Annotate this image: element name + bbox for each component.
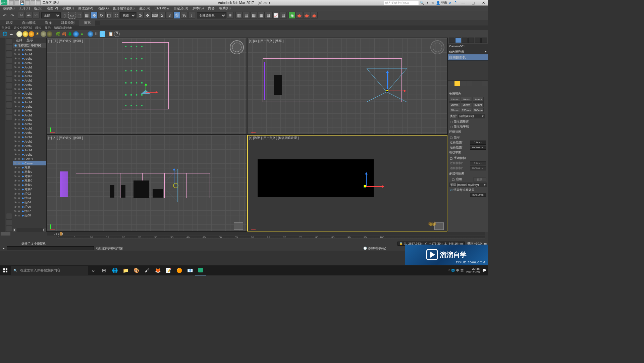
multipass-effect-select[interactable]: 景深 (mental ray/iray)▾ xyxy=(449,183,487,187)
viewcube-left[interactable] xyxy=(234,222,243,230)
scene-row[interactable]: 👁❄◆Box01 xyxy=(13,157,46,161)
scene-row[interactable]: 👁❄◆Arch2 xyxy=(13,69,46,74)
help-search-input[interactable]: 键入关键字或短语 xyxy=(384,1,419,5)
qat-new-icon[interactable]: ▱ xyxy=(9,0,14,5)
checkbox-show-env[interactable]: ▢ xyxy=(450,136,453,139)
mirror-icon[interactable]: ▥ xyxy=(235,12,243,19)
cp-hierarchy-icon[interactable] xyxy=(462,38,468,43)
globe-lit-icon[interactable] xyxy=(73,31,79,37)
material-editor-icon[interactable]: ◉ xyxy=(288,12,296,19)
tray-notifications-icon[interactable]: 💬 xyxy=(482,269,486,272)
scene-row[interactable]: 👁❄◆组07 xyxy=(13,209,46,213)
task-taskview-icon[interactable]: ⊞ xyxy=(99,265,109,275)
task-app5-icon[interactable]: 📧 xyxy=(184,265,195,275)
viewport-front[interactable]: [+] [前 ] [用户定义 ] [线框 ] xyxy=(248,38,447,134)
se-filter12-icon[interactable] xyxy=(6,115,12,121)
se-filter7-icon[interactable] xyxy=(6,83,12,89)
render-frame-icon[interactable]: 🫖 xyxy=(303,12,310,19)
rotate-icon[interactable]: ⟳ xyxy=(98,12,105,19)
viewport-top[interactable]: [+] [顶 ] [用户定义 ] [线框 ] ■ ■ ■ ■ ■ ■ ■ ■ ■… xyxy=(47,38,247,134)
unlink-icon[interactable]: ⚮ xyxy=(25,12,32,19)
menu-modifiers[interactable]: 修改器(M) xyxy=(76,6,95,11)
se-filter11-icon[interactable] xyxy=(6,108,12,114)
lens-button-85mm[interactable]: 85mm xyxy=(449,108,460,112)
mr-sun-icon[interactable] xyxy=(29,31,34,37)
se-funnel-icon[interactable] xyxy=(6,213,12,219)
scene-row[interactable]: 👁❄◆Arch2 xyxy=(13,144,46,148)
se-filter8-icon[interactable] xyxy=(6,89,12,95)
scene-row[interactable]: 👁❄◆组06 xyxy=(13,205,46,209)
login-link[interactable]: 登录 xyxy=(441,1,447,5)
scene-row[interactable]: 👁❄◆Arch2 xyxy=(13,61,46,65)
modifier-stack-item[interactable]: 自由摄影机 xyxy=(448,54,488,60)
selection-filter-select[interactable]: 全部 xyxy=(41,12,61,18)
task-edge-icon[interactable]: 🌐 xyxy=(109,265,120,275)
scene-row[interactable]: 👁❄◆组03 xyxy=(13,196,46,200)
scene-row[interactable]: 👁❄◆对象 xyxy=(13,165,46,170)
scale-icon[interactable]: ◫ xyxy=(105,12,112,19)
sphere-icon[interactable]: 🌐 xyxy=(2,31,8,37)
spinner-snap-icon[interactable]: ↕ xyxy=(188,12,195,19)
bind-spacewarp-icon[interactable]: 〰 xyxy=(33,12,40,19)
task-explorer-icon[interactable]: 📁 xyxy=(120,265,131,275)
camera-helper-icon[interactable]: ▯ xyxy=(100,31,105,37)
scene-row[interactable]: 👁❄◆Arch2 xyxy=(13,91,46,96)
a360-icon[interactable]: ✦ xyxy=(425,0,430,5)
minimize-button[interactable]: — xyxy=(459,0,468,5)
se-display-icon[interactable] xyxy=(6,38,12,44)
lens-button-35mm[interactable]: 35mm xyxy=(461,102,472,107)
sr-idle[interactable]: 定义空闲区域 xyxy=(14,26,32,30)
pin-stack-icon[interactable] xyxy=(448,81,454,86)
close-button[interactable]: ✕ xyxy=(479,0,488,5)
menu-civil[interactable]: Civil View xyxy=(153,6,171,10)
menu-help[interactable]: 帮助(H) xyxy=(217,6,232,11)
maxscript-listener-input[interactable] xyxy=(7,246,94,250)
ribbon-toggle-icon[interactable] xyxy=(95,21,100,25)
se-filter5-icon[interactable] xyxy=(6,70,12,76)
daylight-icon[interactable] xyxy=(16,31,22,37)
scene-row[interactable]: 👁❄◆组02 xyxy=(13,192,46,196)
maximize-button[interactable]: ▢ xyxy=(469,0,478,5)
tray-expand-icon[interactable]: ^ xyxy=(448,269,450,272)
scene-row[interactable]: 👁❄◆Arch2 xyxy=(13,74,46,78)
app-logo-icon[interactable]: 3MAX xyxy=(1,0,7,5)
menu-tools[interactable]: 工具(T) xyxy=(17,6,32,11)
cloud-icon[interactable]: ☁ xyxy=(8,31,14,37)
user-icon[interactable]: 👤 xyxy=(436,0,440,5)
se-filter1-icon[interactable] xyxy=(6,45,12,51)
scene-row[interactable]: 👁❄◆Arch2 xyxy=(13,117,46,122)
select-object-icon[interactable]: ▯ xyxy=(61,12,68,19)
lens-button-135mm[interactable]: 135mm xyxy=(461,108,472,112)
ref-coord-select[interactable]: 视图 xyxy=(120,12,136,18)
scene-row[interactable]: 👁❄◆Arch2 xyxy=(13,122,46,126)
lens-button-50mm[interactable]: 50mm xyxy=(473,102,484,107)
viewport-top-label[interactable]: [+] [顶 ] [用户定义 ] [线框 ] xyxy=(48,39,83,43)
schematic-icon[interactable]: ▤ xyxy=(280,12,287,19)
lock-selection-icon[interactable]: 🔒 xyxy=(399,242,403,245)
help-small-icon[interactable]: ? xyxy=(114,31,120,37)
blue-ball-icon[interactable] xyxy=(88,31,93,37)
scene-row[interactable]: 👁❄◆Arch2 xyxy=(13,148,46,152)
cp-display-icon[interactable] xyxy=(475,38,480,43)
scene-row[interactable]: 👁❄◆对象0 xyxy=(13,170,46,174)
cp-utilities-icon[interactable] xyxy=(481,38,487,43)
ribbon-tab-populate[interactable]: 填充 xyxy=(79,20,95,26)
graphite-icon[interactable]: ▦ xyxy=(265,12,272,19)
se-lock-icon[interactable] xyxy=(6,219,12,225)
scene-row[interactable]: 👁❄◆组04 xyxy=(13,200,46,205)
placement-icon[interactable]: ⬡ xyxy=(113,12,120,19)
select-rect-icon[interactable]: ▭ xyxy=(68,12,75,19)
move-icon[interactable]: ✥ xyxy=(91,12,98,19)
scene-row[interactable]: 👁❄◆Arch2 xyxy=(13,152,46,157)
start-button[interactable] xyxy=(0,265,11,275)
sun-icon[interactable]: ☀ xyxy=(35,31,40,37)
checkbox-manual-clip[interactable]: ▢ xyxy=(450,157,453,160)
sr-flow[interactable]: 定义流 xyxy=(1,26,10,30)
task-app3-icon[interactable]: 📝 xyxy=(163,265,174,275)
scene-row[interactable]: 👁❄◆Arch2 xyxy=(13,96,46,100)
viewport-left[interactable]: [+] [左 ] [用户定义 ] [线框 ] xyxy=(47,135,247,231)
cp-create-icon[interactable] xyxy=(449,38,454,43)
tray-clock[interactable]: 20:482021/3/28 xyxy=(465,267,481,274)
percent-snap-icon[interactable]: % xyxy=(181,12,188,19)
far-range-input[interactable]: 1000.0mm xyxy=(470,146,486,150)
